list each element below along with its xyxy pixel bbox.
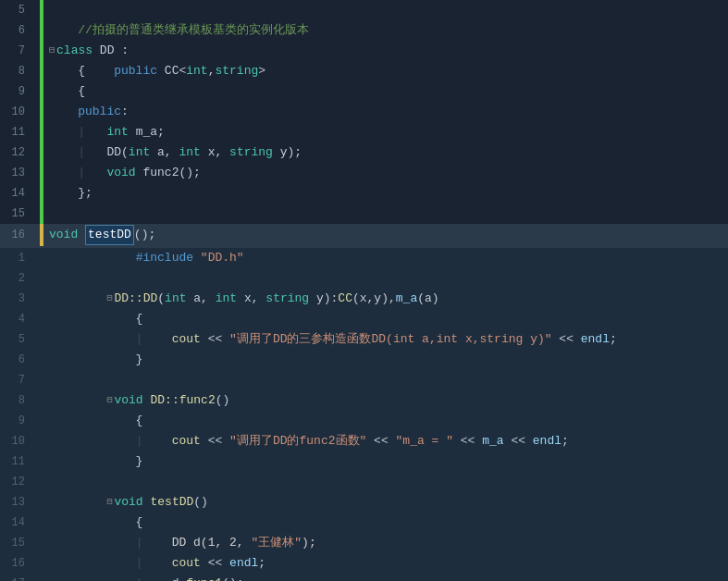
table-row: 11 | int m_a; [0,122,728,142]
code-line: { public CC<int,string> [43,61,728,81]
code-line: | d.func1(); [43,574,728,581]
table-row: 12 | DD(int a, int x, string y); [0,142,728,163]
table-row: 6 } [0,350,728,370]
table-row: 16 | cout << endl; [0,553,728,574]
collapse-icon[interactable]: ⊟ [106,493,112,512]
line-number: 7 [0,41,32,61]
code-line: #include "DD.h" [43,248,728,268]
code-line: { [43,81,728,102]
line-number: 4 [0,309,32,329]
line-number: 15 [0,204,32,224]
code-line: }; [43,183,728,204]
code-line [43,268,728,289]
line-number: 17 [0,574,32,581]
editor-container: 5 6 //拍摄的普通类继承模板基类的实例化版本 7 ⊟class DD : [0,0,728,581]
code-line: ⊟void testDD() [43,492,728,513]
table-row: 10 public: [0,102,728,122]
code-line [43,0,728,20]
code-line: ⊟DD::DD(int a, int x, string y):CC(x,y),… [43,289,728,309]
collapse-icon[interactable]: ⊟ [49,42,55,60]
line-number: 6 [0,20,32,41]
table-row: 8 ⊟void DD::func2() [0,390,728,411]
line-number: 14 [0,183,32,204]
line-number: 5 [0,329,32,350]
line-number: 1 [0,248,32,268]
code-line: | cout << endl; [43,553,728,574]
line-number: 12 [0,472,32,492]
code-line: | DD d(1, 2, "王健林"); [43,533,728,553]
table-row: 10 | cout << "调用了DD的func2函数" << "m_a = "… [0,431,728,451]
code-line [43,472,728,492]
table-row: 7 [0,370,728,390]
line-number: 11 [0,122,32,142]
code-line: ⊟void DD::func2() [43,390,728,411]
table-row: 17 | d.func1(); [0,574,728,581]
line-number: 8 [0,390,32,411]
table-row: 5 | cout << "调用了DD的三参构造函数DD(int a,int x,… [0,329,728,350]
line-number: 10 [0,431,32,451]
code-line: | cout << "调用了DD的三参构造函数DD(int a,int x,st… [43,329,728,350]
line-number: 14 [0,513,32,533]
code-line: | void func2(); [43,163,728,183]
line-number: 16 [0,553,32,574]
line-number: 7 [0,370,32,390]
code-line: | int m_a; [43,122,728,142]
code-line: | cout << "调用了DD的func2函数" << "m_a = " <<… [43,431,728,451]
table-row: 14 }; [0,183,728,204]
line-number: 6 [0,350,32,370]
table-row: 8 { public CC<int,string> [0,61,728,81]
table-row: 5 [0,0,728,20]
table-row: 16 void testDD(); [0,224,728,246]
bottom-code-section: 1 #include "DD.h" 2 3 ⊟DD::DD(int a, int… [0,248,728,581]
table-row: 15 [0,204,728,224]
line-number: 3 [0,289,32,309]
table-row: 4 { [0,309,728,329]
table-row: 13 | void func2(); [0,163,728,183]
line-number: 12 [0,142,32,163]
collapse-icon[interactable]: ⊟ [106,290,112,308]
keyword-class: class [56,42,93,60]
table-row: 9 { [0,81,728,102]
line-number: 11 [0,451,32,472]
line-number: 9 [0,81,32,102]
table-row: 3 ⊟DD::DD(int a, int x, string y):CC(x,y… [0,289,728,309]
code-line: void testDD(); [43,224,728,246]
top-code-section: 5 6 //拍摄的普通类继承模板基类的实例化版本 7 ⊟class DD : [0,0,728,246]
table-row: 14 { [0,513,728,533]
line-number: 2 [0,268,32,289]
line-number: 13 [0,163,32,183]
line-number: 9 [0,411,32,431]
code-line: public: [43,102,728,122]
collapse-icon[interactable]: ⊟ [106,391,112,410]
table-row: 12 [0,472,728,492]
code-line [43,370,728,390]
code-line: } [43,451,728,472]
table-row: 15 | DD d(1, 2, "王健林"); [0,533,728,553]
code-line [43,204,728,224]
table-row: 7 ⊟class DD : [0,41,728,61]
line-number: 16 [0,224,32,246]
table-row: 9 { [0,411,728,431]
table-row: 11 } [0,451,728,472]
table-row: 6 //拍摄的普通类继承模板基类的实例化版本 [0,20,728,41]
line-number: 13 [0,492,32,513]
table-row: 2 [0,268,728,289]
comment-text: //拍摄的普通类继承模板基类的实例化版本 [49,21,309,40]
code-line: //拍摄的普通类继承模板基类的实例化版本 [43,20,728,41]
line-number: 8 [0,61,32,81]
table-row: 1 #include "DD.h" [0,248,728,268]
table-row: 13 ⊟void testDD() [0,492,728,513]
line-number: 5 [0,0,32,20]
code-line: } [43,350,728,370]
code-line: ⊟class DD : [43,41,728,61]
code-line: { [43,411,728,431]
code-line: { [43,513,728,533]
code-line: | DD(int a, int x, string y); [43,142,728,163]
function-highlight: testDD [85,225,134,245]
line-number: 10 [0,102,32,122]
line-number: 15 [0,533,32,553]
code-line: { [43,309,728,329]
